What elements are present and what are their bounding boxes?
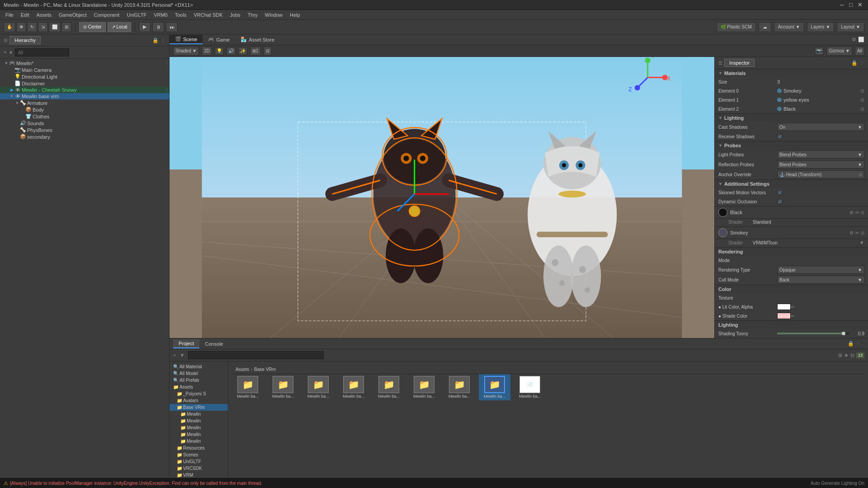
menu-gameobject[interactable]: GameObject [55, 11, 90, 19]
reflection-probes-dropdown[interactable]: Blend Probes ▼ [777, 160, 864, 169]
proj-mewlin-1[interactable]: 📁 Mewlin [170, 411, 228, 418]
inspector-menu-icon[interactable]: ☰ [718, 61, 722, 66]
proj-mewlin-5[interactable]: 📁 Mewlin [170, 438, 228, 445]
hierarchy-search-input[interactable] [15, 48, 69, 56]
hierarchy-lock-icon[interactable]: 🔒 [152, 38, 159, 43]
inspector-more-icon[interactable]: ⋮ [859, 60, 864, 66]
proj-mewlin-2[interactable]: 📁 Mewlin [170, 418, 228, 424]
folder-item-4[interactable]: 📁 Mewlin ba... [338, 374, 369, 400]
tree-more-icon2[interactable]: ⋮ [165, 88, 169, 93]
tree-item-dir-light[interactable]: 💡 Directional Light [0, 73, 169, 80]
folder-item-2[interactable]: 📁 Mewlin ba... [267, 374, 299, 400]
lighting-toggle[interactable]: 💡 [215, 47, 224, 55]
rect-tool[interactable]: ⬜ [49, 22, 61, 32]
menu-thry[interactable]: Thry [244, 11, 261, 19]
menu-assets[interactable]: Assets [33, 11, 55, 19]
lit-color-swatch[interactable] [777, 304, 791, 310]
tree-item-body[interactable]: 📦 Body [0, 106, 169, 113]
proj-resources[interactable]: 📁 Resources [170, 445, 228, 451]
menu-vrchat-sdk[interactable]: VRChat SDK [190, 11, 226, 19]
cull-mode-dropdown[interactable]: Back ▼ [777, 276, 864, 284]
lit-color-pencil-icon[interactable]: ✏ [791, 305, 794, 310]
tree-item-main-camera[interactable]: 📷 Main Camera [0, 66, 169, 73]
element1-picker-icon[interactable]: ⊙ [860, 97, 864, 103]
pause-button[interactable]: ⏸ [152, 22, 164, 32]
menu-file[interactable]: File [2, 11, 17, 19]
dynamic-occlusion-checkbox[interactable]: ✓ [777, 199, 783, 204]
play-button[interactable]: ▶ [139, 22, 151, 32]
tree-item-mewlin[interactable]: ▼ 🎮 Mewlin* ⋮ [0, 60, 169, 66]
console-tab[interactable]: Console [199, 340, 228, 348]
move-tool[interactable]: ✥ [16, 22, 26, 32]
pivot-local-button[interactable]: ↗ Local [108, 22, 132, 32]
scene-maximize-icon[interactable]: ⬜ [858, 37, 864, 42]
tree-more-icon[interactable]: ⋮ [165, 61, 169, 66]
all-dd[interactable]: All [855, 47, 864, 56]
proj-all-prefab[interactable]: 🔍 All Prefab [170, 377, 228, 384]
tree-item-sounds[interactable]: 🔊 Sounds [0, 120, 169, 127]
proj-all-model[interactable]: 🔍 All Model [170, 370, 228, 377]
pivot-center-button[interactable]: ⊙ Center [79, 22, 106, 32]
smokey-picker-icon[interactable]: ⊙ [861, 230, 864, 235]
smokey-edit-icon[interactable]: ✏ [855, 230, 859, 235]
proj-scenes[interactable]: 📁 Scenes [170, 451, 228, 458]
receive-shadows-checkbox[interactable]: ✓ [777, 134, 783, 139]
tree-item-mewlin-cheetah[interactable]: ▶ 👁 Mewlin - Cheetah Snowy ⋮ [0, 87, 169, 93]
proj-poiyomi[interactable]: 📁 _Poiyomi S [170, 390, 228, 397]
shading-toony-slider[interactable]: 0.9 [777, 331, 864, 336]
game-tab[interactable]: 🎮 Game [203, 35, 235, 44]
shade-color-swatch[interactable] [777, 313, 791, 319]
hierarchy-add-button[interactable]: + [4, 49, 7, 56]
effects-toggle[interactable]: ✨ [238, 47, 247, 55]
folder-item-3[interactable]: 📁 Mewlin ba... [302, 374, 334, 400]
inspector-lock-icon[interactable]: 🔒 [851, 60, 858, 66]
proj-base-vrm[interactable]: 📁 Base VRm [170, 404, 228, 411]
file-item-1[interactable]: 📄 Mewlin ba... [514, 374, 546, 400]
2d-button[interactable]: 2D [202, 47, 212, 56]
project-add-icon[interactable]: + [173, 352, 176, 358]
tree-item-armature[interactable]: ▼ 🦴 Armature [0, 99, 169, 106]
project-sort-icon[interactable]: ⊟ [850, 352, 854, 358]
grid-dd[interactable]: ⊟ [264, 47, 272, 56]
menu-edit[interactable]: Edit [17, 11, 33, 19]
project-tab[interactable]: Project [173, 339, 199, 348]
breadcrumb-base-vrm[interactable]: Base VRm [254, 367, 276, 372]
light-probes-dropdown[interactable]: Blend Probes ▼ [777, 150, 864, 159]
tree-item-disclaimer[interactable]: 📄 Disclaimer [0, 80, 169, 87]
shade-color-pencil-icon[interactable]: ✏ [791, 314, 794, 319]
hierarchy-tab[interactable]: Hierarchy [9, 36, 41, 44]
menu-tools[interactable]: Tools [171, 11, 190, 19]
cast-shadows-dropdown[interactable]: On ▼ [777, 123, 864, 131]
scene-view[interactable]: Y X Z [170, 57, 714, 338]
skinned-motion-checkbox[interactable]: ✓ [777, 190, 783, 195]
project-more-icon[interactable]: ⋮ [856, 341, 861, 347]
tree-item-secondary[interactable]: 📦 secondary [0, 133, 169, 140]
project-lock-icon[interactable]: 🔒 [848, 341, 854, 347]
menu-window[interactable]: Window [261, 11, 286, 19]
step-button[interactable]: ⏭ [166, 22, 178, 32]
rotate-tool[interactable]: ↻ [27, 22, 37, 32]
proj-all-material[interactable]: 🔍 All Material [170, 363, 228, 370]
smokey-shader-arrow[interactable]: ▼ [859, 240, 864, 245]
folder-item-6[interactable]: 📁 Mewlin ba... [408, 374, 440, 400]
project-star-icon[interactable]: ★ [844, 352, 849, 358]
black-settings-icon[interactable]: ⚙ [849, 210, 854, 215]
proj-vrm[interactable]: 📁 VRM [170, 472, 228, 478]
inspector-tab[interactable]: Inspector [724, 59, 755, 67]
plastic-scm-button[interactable]: 🌿 Plastic SCM [717, 22, 756, 32]
proj-unigltf[interactable]: 📁 UniGLTF [170, 458, 228, 465]
project-search-input[interactable] [188, 351, 324, 359]
asset-store-tab[interactable]: 🏪 Asset Store [235, 35, 280, 44]
folder-item-7[interactable]: 📁 Mewlin ba... [443, 374, 475, 400]
proj-vrcsdk[interactable]: 📁 VRCSDK [170, 465, 228, 472]
audio-toggle[interactable]: 🔊 [226, 47, 236, 55]
black-picker-icon[interactable]: ⊙ [861, 210, 864, 215]
folder-item-1[interactable]: 📁 Mewlin ba... [232, 374, 264, 400]
breadcrumb-assets[interactable]: Assets [236, 367, 249, 372]
probes-section-header[interactable]: ▼ Probes [715, 141, 868, 150]
proj-mewlin-4[interactable]: 📁 Mewlin [170, 431, 228, 438]
lighting-section-header[interactable]: ▼ Lighting [715, 114, 868, 122]
transform-tool[interactable]: ⊞ [61, 22, 71, 32]
menu-jobs[interactable]: Jobs [226, 11, 244, 19]
layers-button[interactable]: Layers ▼ [807, 22, 835, 32]
